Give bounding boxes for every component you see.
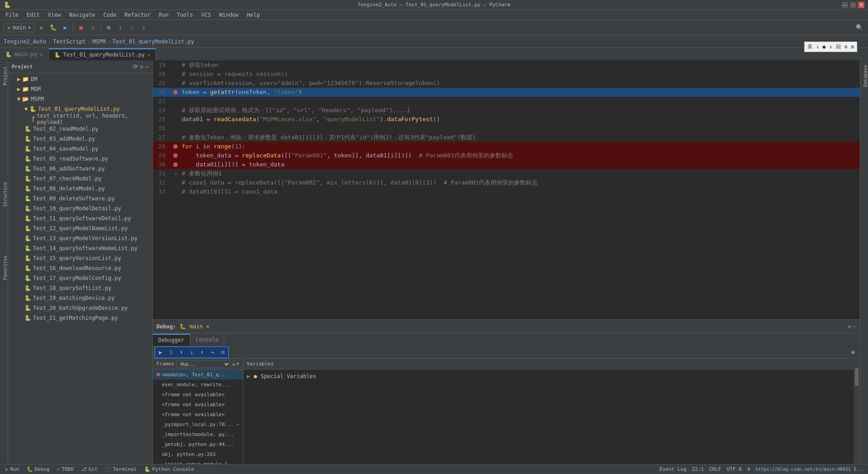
search-everywhere-button[interactable]: 🔍 xyxy=(854,23,864,33)
panel-settings-icon[interactable]: ⚙ xyxy=(140,63,143,70)
menu-vcs[interactable]: VCS xyxy=(198,11,215,19)
tree-item-test20[interactable]: 🐍 Test_20_batchUpgradeDevice.py xyxy=(8,303,152,313)
frame-item-na3[interactable]: <frame not available> xyxy=(153,409,243,419)
python-console-button[interactable]: 🐍 Python Console xyxy=(142,466,196,472)
git-update-button[interactable]: ↓ xyxy=(115,23,125,33)
ime-full[interactable]: ● xyxy=(822,43,827,50)
tree-item-test15[interactable]: 🐍 Test_15_queryVersionList.py xyxy=(8,253,152,263)
tree-item-test09[interactable]: 🐍 Test_09_deleteSoftware.py xyxy=(8,194,152,204)
panel-hide-icon[interactable]: — xyxy=(145,63,149,70)
frame-item-module[interactable]: <module>, Test_01_q... xyxy=(153,370,243,379)
code-editor[interactable]: 19 # 获取token 20 # session = requests.ses… xyxy=(153,61,860,319)
ime-tone[interactable]: ↓ xyxy=(815,43,820,50)
tree-item-test05[interactable]: 🐍 Test_05_readSoftware.py xyxy=(8,154,152,164)
tree-item-test04[interactable]: 🐍 Test_04_saveModel.py xyxy=(8,144,152,154)
debug-settings-icon[interactable]: ⚙ xyxy=(848,323,851,330)
debug-tab-console[interactable]: Console xyxy=(190,334,225,346)
tree-item-test12[interactable]: 🐍 Test_12_queryModelNameList.py xyxy=(8,223,152,233)
project-icon[interactable]: Project xyxy=(0,62,8,90)
tree-item-test08[interactable]: 🐍 Test_08_deleteModel.py xyxy=(8,184,152,194)
tree-item-mdm[interactable]: ▶ 📁 MDM xyxy=(8,84,152,94)
database-icon[interactable]: Database xyxy=(861,62,868,90)
menu-navigate[interactable]: Navigate xyxy=(66,11,99,19)
tree-item-test11[interactable]: 🐍 Test_11_querySoftwareDetail.py xyxy=(8,213,152,223)
maximize-button[interactable]: □ xyxy=(850,2,856,8)
tree-item-test18[interactable]: 🐍 Test_18_querySoftList.py xyxy=(8,283,152,293)
frames-thread-dropdown[interactable]: Mai...... xyxy=(176,360,231,368)
tree-item-test07[interactable]: 🐍 Test_07_checkModel.py xyxy=(8,174,152,184)
run-to-cursor-button[interactable]: ↪ xyxy=(208,347,217,357)
minimize-button[interactable]: — xyxy=(842,2,848,8)
menu-run[interactable]: Run xyxy=(155,11,172,19)
tree-item-test14[interactable]: 🐍 Test_14_querySoftwareNameList.py xyxy=(8,243,152,253)
tree-item-test02[interactable]: 🐍 Test_02_readModel.py xyxy=(8,124,152,134)
tree-item-test21[interactable]: 🐍 Test_21_getMatchingPage.py xyxy=(8,313,152,323)
encoding-indicator[interactable]: UTF-8 xyxy=(726,466,741,472)
close-button[interactable]: ✕ xyxy=(858,2,864,8)
tree-item-dm[interactable]: ▶ 📁 DM xyxy=(8,74,152,84)
tree-item-mspm[interactable]: ▼ 📂 MSPM xyxy=(8,94,152,104)
menu-code[interactable]: Code xyxy=(100,11,120,19)
frame-item-pyimport[interactable]: _pyimport_local.py:70... ∞ xyxy=(153,419,243,429)
tab-main-py[interactable]: 🐍 main.py ✕ xyxy=(0,48,49,60)
terminal-status-button[interactable]: ⬛ Terminal xyxy=(103,466,139,472)
tree-item-test16[interactable]: 🐍 Test_16_downloadResource.py xyxy=(8,263,152,273)
frames-up-button[interactable]: ▲ xyxy=(232,361,236,367)
menu-edit[interactable]: Edit xyxy=(23,11,43,19)
tree-item-test-start[interactable]: ƒ test_start(id, url, headers, payload) xyxy=(8,114,152,124)
indent-indicator[interactable]: 4 xyxy=(747,466,750,472)
frame-item-importtest[interactable]: _importtestmodule, py... xyxy=(153,429,243,439)
breakpoint-28[interactable] xyxy=(173,144,178,149)
event-log-label[interactable]: Event Log xyxy=(660,466,687,472)
ime-extra[interactable]: ⊞ xyxy=(850,43,855,50)
favorites-icon[interactable]: Favorites xyxy=(0,254,8,281)
menu-tools[interactable]: Tools xyxy=(173,11,197,19)
ime-handwrite[interactable]: 回 xyxy=(835,43,842,51)
breakpoint-29[interactable] xyxy=(173,153,178,158)
fold-31[interactable]: › xyxy=(173,169,178,178)
breakpoint-30[interactable] xyxy=(173,162,178,167)
tab-test-file-close[interactable]: ✕ xyxy=(147,52,150,57)
frame-item-inject[interactable]: _inject_setup_module_l... xyxy=(153,459,243,464)
ime-punct[interactable]: ↕ xyxy=(828,43,833,50)
menu-file[interactable]: File xyxy=(2,11,22,19)
debug-tab-debugger[interactable]: Debugger xyxy=(153,334,190,346)
tree-item-test19[interactable]: 🐍 Test_19_matchingDevice.py xyxy=(8,293,152,303)
step-into-button[interactable]: ⬇ xyxy=(176,347,186,357)
menu-help[interactable]: Help xyxy=(243,11,264,19)
debug-button[interactable]: 🐛 xyxy=(48,23,58,33)
step-out-button[interactable]: ⬆ xyxy=(197,347,207,357)
frame-item-exec[interactable]: exec_module, rewrite... xyxy=(153,379,243,389)
tab-main-py-close[interactable]: ✕ xyxy=(40,52,43,57)
frames-down-button[interactable]: ▼ xyxy=(236,361,239,367)
panel-sync-icon[interactable]: ⟳ xyxy=(133,63,138,70)
tree-item-test10[interactable]: 🐍 Test_10_queryModelDetail.py xyxy=(8,204,152,213)
tree-item-test13[interactable]: 🐍 Test_13_queryModelVersionList.py xyxy=(8,233,152,243)
tree-item-test06[interactable]: 🐍 Test_06_addSoftware.py xyxy=(8,164,152,174)
tab-test-file[interactable]: 🐍 Test_01_queryModelList.py ✕ xyxy=(49,48,156,60)
menu-refactor[interactable]: Refactor xyxy=(121,11,154,19)
ime-lang[interactable]: 英 xyxy=(807,43,813,51)
build-button[interactable]: ⚙ xyxy=(104,23,113,33)
run-button[interactable]: ▶ xyxy=(37,23,47,33)
breakpoint-22[interactable] xyxy=(173,90,178,95)
stop-button[interactable]: ■ xyxy=(76,23,86,33)
rerun-button[interactable]: ↺ xyxy=(88,23,98,33)
push-button[interactable]: ↑ xyxy=(139,23,149,33)
run-config-dropdown[interactable]: ▶ main ▾ xyxy=(4,23,35,32)
evaluate-expression-button[interactable]: ⊡ xyxy=(218,347,228,357)
breadcrumb-root[interactable]: Tengine2_Auto xyxy=(4,38,46,45)
frame-item-na1[interactable]: <frame not available> xyxy=(153,389,243,399)
step-into-my-code[interactable]: ↓ xyxy=(187,347,197,357)
tree-item-test03[interactable]: 🐍 Test_03_addModel.py xyxy=(8,134,152,144)
step-over-button[interactable]: ⤵ xyxy=(166,347,176,357)
menu-view[interactable]: View xyxy=(44,11,65,19)
menu-window[interactable]: Window xyxy=(216,11,242,19)
var-special-variables[interactable]: ▶ ● Special Variables xyxy=(247,371,850,381)
frame-item-na2[interactable]: <frame not available> xyxy=(153,399,243,409)
commit-button[interactable]: ✓ xyxy=(127,23,137,33)
todo-status-button[interactable]: ✓ TODO xyxy=(55,466,75,472)
breadcrumb-mspm[interactable]: MSPM xyxy=(93,38,106,45)
structure-icon[interactable]: Structure xyxy=(0,181,8,208)
run-status-button[interactable]: ▶ Run xyxy=(4,466,21,472)
